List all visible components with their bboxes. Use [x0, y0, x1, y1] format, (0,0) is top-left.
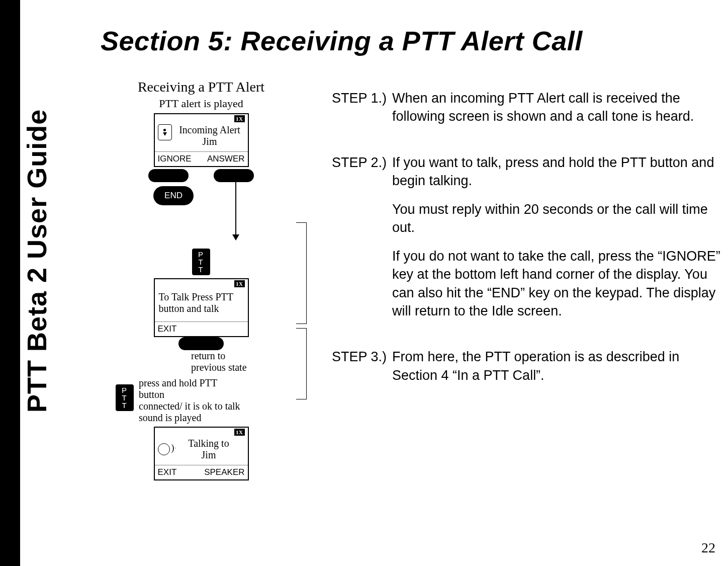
step-2-body-2: You must reply within 20 seconds or the …: [392, 200, 723, 237]
screen1-line2: Jim: [175, 136, 245, 147]
phone-screen-1: 1X Incoming Alert Jim IGNORE ANSWER: [154, 113, 249, 167]
hard-buttons: END: [148, 169, 254, 209]
content-area: Section 5: Receiving a PTT Alert Call Re…: [65, 0, 728, 566]
step-2-body-3: If you do not want to take the call, pre…: [392, 247, 723, 320]
bracket-icon: [296, 328, 307, 399]
ptt-instr-3: connected/ it is ok to talk: [139, 400, 240, 412]
right-softkey-button[interactable]: [214, 169, 254, 182]
instructions-column: STEP 1.) When an incoming PTT Alert call…: [332, 74, 723, 480]
step-2: STEP 2.) If you want to talk, press and …: [332, 153, 723, 320]
signal-1x-icon: 1X: [234, 280, 244, 287]
screen2-line1: To Talk Press PTT: [159, 291, 244, 303]
talking-icon: [158, 443, 170, 455]
step-2-label: STEP 2.): [332, 153, 392, 172]
phone-screen-2: 1X To Talk Press PTT button and talk EXI…: [154, 278, 249, 337]
left-softkey-button[interactable]: [148, 169, 189, 182]
softkey-exit[interactable]: EXIT: [158, 467, 177, 477]
left-rail: PTT Beta 2 User Guide: [0, 0, 65, 566]
page-number: 22: [701, 540, 715, 556]
return-text-2: previous state: [191, 362, 251, 373]
step-1-body: When an incoming PTT Alert call is recei…: [392, 89, 723, 126]
softkey-speaker[interactable]: SPEAKER: [204, 467, 244, 477]
return-text-1: return to: [191, 350, 251, 362]
figure-subtitle: PTT alert is played: [101, 97, 302, 110]
bracket-icon: [296, 222, 307, 324]
vertical-guide-title: PTT Beta 2 User Guide: [21, 109, 52, 413]
step-3-label: STEP 3.): [332, 348, 392, 366]
figure-title: Receiving a PTT Alert: [101, 79, 302, 95]
softkey-answer[interactable]: ANSWER: [207, 154, 245, 164]
ptt-instr-4: sound is played: [139, 412, 240, 424]
step-3: STEP 3.) From here, the PTT operation is…: [332, 348, 723, 384]
ptt-instruction-block: P T T press and hold PTT button connecte…: [116, 377, 302, 424]
return-group: return to previous state: [151, 337, 251, 373]
step-1: STEP 1.) When an incoming PTT Alert call…: [332, 89, 723, 126]
end-button[interactable]: END: [153, 186, 194, 205]
screen3-line2: Jim: [173, 449, 245, 461]
signal-1x-icon: 1X: [234, 429, 244, 436]
arrow-down-icon: [235, 179, 236, 239]
screen1-line1: Incoming Alert: [175, 124, 245, 136]
ptt-instr-2: button: [139, 389, 240, 400]
rail-dark-band: [0, 0, 20, 566]
softkey-ignore[interactable]: IGNORE: [158, 154, 192, 164]
screen2-line2: button and talk: [159, 303, 244, 314]
ptt-button[interactable]: P T T: [192, 249, 210, 275]
ptt-instr-1: press and hold PTT: [139, 377, 240, 389]
step-2-body-1: If you want to talk, press and hold the …: [392, 153, 723, 190]
softkey-exit[interactable]: EXIT: [158, 324, 177, 334]
step-1-label: STEP 1.): [332, 89, 392, 107]
incoming-alert-icon: [158, 124, 172, 140]
phone-screen-3: 1X Talking to Jim EXIT SPEAKER: [154, 427, 249, 480]
step-3-body: From here, the PTT operation is as descr…: [392, 348, 723, 384]
figure-column: Receiving a PTT Alert PTT alert is playe…: [101, 74, 302, 480]
page-title: Section 5: Receiving a PTT Alert Call: [101, 25, 723, 56]
ptt-button-side[interactable]: P T T: [116, 384, 134, 411]
return-button[interactable]: [178, 337, 224, 350]
screen3-line1: Talking to: [173, 438, 245, 449]
signal-1x-icon: 1X: [234, 115, 244, 122]
